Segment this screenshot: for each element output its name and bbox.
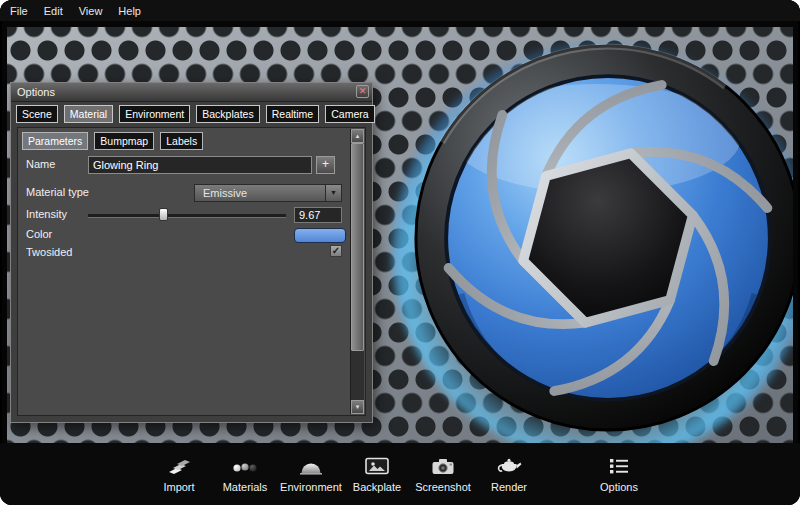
subtab-bumpmap[interactable]: Bumpmap bbox=[94, 132, 154, 150]
tab-environment[interactable]: Environment bbox=[119, 105, 190, 123]
scroll-down-icon[interactable]: ▼ bbox=[351, 400, 364, 414]
intensity-label: Intensity bbox=[26, 208, 67, 220]
toolbar-label: Import bbox=[163, 481, 194, 493]
toolbar-label: Screenshot bbox=[415, 481, 471, 493]
scrollbar-thumb[interactable] bbox=[351, 143, 364, 351]
options-panel-title: Options bbox=[17, 86, 55, 98]
options-icon bbox=[608, 452, 630, 476]
materials-icon bbox=[232, 452, 258, 476]
tab-realtime[interactable]: Realtime bbox=[266, 105, 319, 123]
options-panel: Options ✕ Scene Material Environment Bac… bbox=[10, 82, 373, 423]
toolbar-item-options[interactable]: Options bbox=[586, 452, 652, 493]
intensity-value-field[interactable]: 9.67 bbox=[294, 207, 342, 223]
intensity-slider-groove bbox=[88, 214, 286, 218]
tab-camera[interactable]: Camera bbox=[325, 105, 374, 123]
render-icon bbox=[495, 452, 523, 476]
toolbar-item-backplate[interactable]: Backplate bbox=[344, 452, 410, 493]
material-type-label: Material type bbox=[26, 186, 89, 198]
toolbar-label: Options bbox=[600, 481, 638, 493]
toolbar-label: Materials bbox=[223, 481, 268, 493]
subtab-labels[interactable]: Labels bbox=[160, 132, 203, 150]
import-icon bbox=[166, 452, 192, 476]
twosided-label: Twosided bbox=[26, 246, 72, 258]
toolbar-item-materials[interactable]: Materials bbox=[212, 452, 278, 493]
intensity-slider[interactable] bbox=[88, 207, 286, 223]
toolbar-item-render[interactable]: Render bbox=[476, 452, 542, 493]
toolbar-label: Environment bbox=[280, 481, 342, 493]
tab-scene[interactable]: Scene bbox=[16, 105, 58, 123]
options-tabbar: Scene Material Environment Backplates Re… bbox=[16, 105, 378, 125]
scroll-up-icon[interactable]: ▲ bbox=[351, 129, 364, 143]
chevron-down-icon[interactable]: ▼ bbox=[325, 185, 341, 201]
environment-icon bbox=[298, 452, 324, 476]
screenshot-icon bbox=[430, 452, 456, 476]
keyshot-aperture-logo bbox=[413, 43, 793, 433]
material-type-value: Emissive bbox=[195, 185, 341, 199]
options-panel-titlebar[interactable]: Options ✕ bbox=[11, 83, 372, 102]
material-name-input[interactable] bbox=[88, 156, 312, 174]
name-label: Name bbox=[26, 158, 55, 170]
material-parameters-pane: Parameters Bumpmap Labels Name + Materia… bbox=[17, 127, 366, 416]
menubar: File Edit View Help bbox=[0, 0, 800, 21]
close-icon[interactable]: ✕ bbox=[356, 85, 369, 98]
toolbar-label: Backplate bbox=[353, 481, 401, 493]
tab-material[interactable]: Material bbox=[64, 105, 113, 123]
tab-backplates[interactable]: Backplates bbox=[196, 105, 259, 123]
menu-file[interactable]: File bbox=[10, 5, 28, 17]
app-window: File Edit View Help bbox=[0, 0, 800, 505]
color-label: Color bbox=[26, 228, 52, 240]
intensity-slider-handle[interactable] bbox=[159, 208, 168, 221]
material-subtabbar: Parameters Bumpmap Labels bbox=[22, 132, 206, 150]
backplate-icon bbox=[364, 452, 390, 476]
toolbar-item-environment[interactable]: Environment bbox=[278, 452, 344, 493]
add-material-button[interactable]: + bbox=[316, 156, 335, 174]
menu-edit[interactable]: Edit bbox=[44, 5, 63, 17]
subtab-parameters[interactable]: Parameters bbox=[22, 132, 88, 150]
main-toolbar: Import bbox=[0, 443, 800, 505]
menu-help[interactable]: Help bbox=[118, 5, 141, 17]
parameters-scrollbar[interactable]: ▲ ▼ bbox=[350, 129, 364, 414]
material-type-dropdown[interactable]: Emissive ▼ bbox=[194, 184, 342, 202]
toolbar-item-import[interactable]: Import bbox=[146, 452, 212, 493]
twosided-checkbox[interactable]: ✓ bbox=[330, 245, 342, 257]
toolbar-item-screenshot[interactable]: Screenshot bbox=[410, 452, 476, 493]
toolbar-label: Render bbox=[491, 481, 527, 493]
menu-view[interactable]: View bbox=[79, 5, 103, 17]
color-swatch[interactable] bbox=[294, 228, 346, 243]
